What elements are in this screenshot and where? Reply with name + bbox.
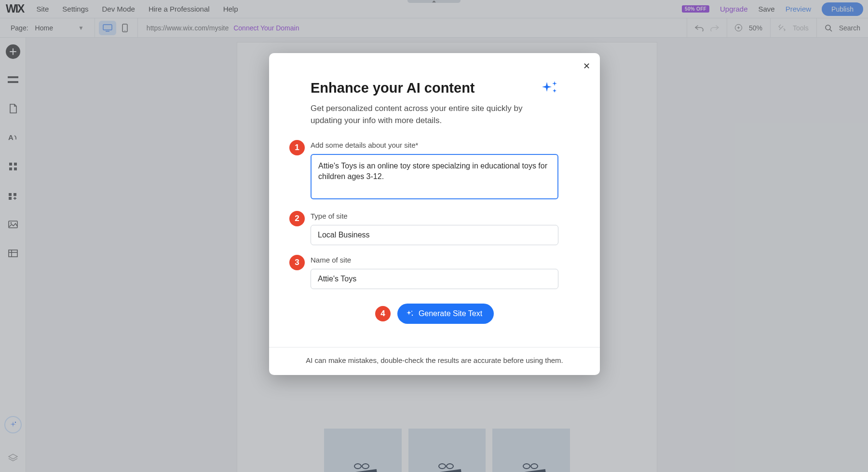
site-type-label: Type of site	[311, 212, 558, 220]
close-icon[interactable]: ✕	[581, 59, 592, 73]
sparkle-icon	[541, 80, 558, 95]
ai-content-modal: ✕ Enhance your AI content Get personaliz…	[269, 53, 600, 375]
modal-title: Enhance your AI content	[311, 80, 475, 96]
site-details-label: Add some details about your site*	[311, 141, 558, 149]
step-badge-4: 4	[375, 306, 391, 321]
modal-subtitle: Get personalized content across your ent…	[311, 103, 532, 126]
sparkle-small-icon	[406, 310, 414, 318]
generate-button-label: Generate Site Text	[419, 309, 482, 318]
field-site-details: 1 Add some details about your site*	[311, 141, 558, 201]
site-type-input[interactable]	[311, 225, 558, 245]
svg-point-34	[411, 311, 412, 312]
step-badge-1: 1	[289, 140, 305, 155]
site-details-input[interactable]	[311, 154, 558, 199]
step-badge-2: 2	[289, 211, 305, 226]
modal-footer-disclaimer: AI can make mistakes, double-check the r…	[269, 347, 600, 375]
field-site-type: 2 Type of site	[311, 212, 558, 245]
site-name-label: Name of site	[311, 256, 558, 264]
step-badge-3: 3	[289, 255, 305, 270]
svg-point-35	[412, 315, 413, 316]
generate-site-text-button[interactable]: Generate Site Text	[397, 304, 494, 324]
field-site-name: 3 Name of site	[311, 256, 558, 289]
site-name-input[interactable]	[311, 269, 558, 289]
